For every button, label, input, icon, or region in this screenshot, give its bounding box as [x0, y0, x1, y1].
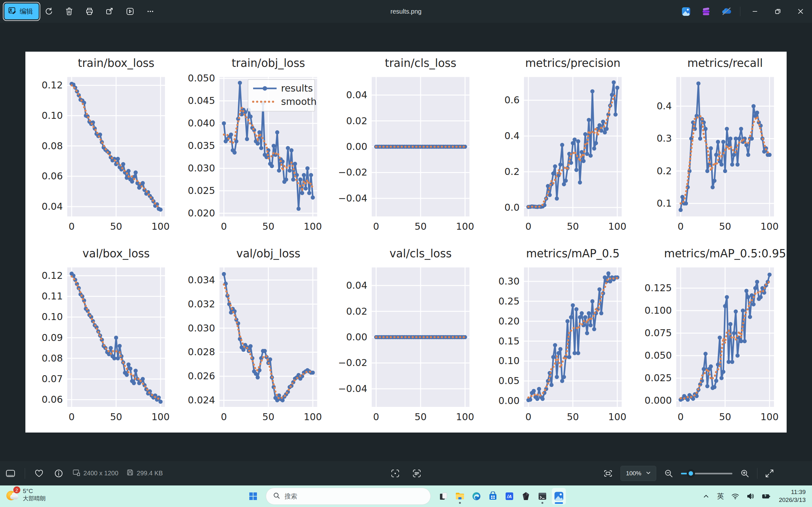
control-divider	[757, 468, 757, 479]
edit-image-icon	[8, 7, 16, 16]
volume-icon[interactable]	[744, 489, 757, 504]
svg-text:0.10: 0.10	[42, 311, 63, 322]
obsidian-app-icon[interactable]	[519, 488, 533, 504]
subplot-val-cls-loss: val/cls_loss−0.04−0.020.000.020.04050100	[330, 242, 482, 433]
svg-text:0.034: 0.034	[188, 274, 215, 285]
favorite-heart-icon[interactable]	[33, 468, 45, 479]
svg-text:train/box_loss: train/box_loss	[78, 57, 154, 69]
search-icon	[273, 492, 280, 501]
visual-search-icon[interactable]	[389, 467, 401, 480]
subplot-val-box-loss: val/box_loss0.060.070.080.090.100.110.12…	[26, 242, 177, 433]
microsoft-store-icon[interactable]	[486, 488, 500, 504]
photos-taskbar-icon[interactable]	[552, 488, 566, 504]
svg-text:0.04: 0.04	[346, 280, 367, 291]
onedrive-off-icon[interactable]	[716, 3, 737, 19]
dimensions-icon	[72, 469, 80, 477]
svg-text:0.025: 0.025	[645, 372, 672, 383]
motrix-app-icon[interactable]: /A	[502, 488, 516, 504]
subplot-metrics-recall: metrics/recall0.10.20.30.4050100	[635, 52, 786, 242]
titlebar-divider	[740, 7, 740, 16]
svg-text:0: 0	[525, 411, 531, 422]
svg-text:0: 0	[68, 411, 74, 422]
subplot-train-obj-loss: train/obj_loss0.0200.0250.0300.0350.0400…	[177, 52, 330, 242]
edit-button-label: 编辑	[20, 7, 33, 16]
svg-text:50: 50	[110, 221, 122, 232]
delete-icon[interactable]	[59, 3, 79, 19]
fit-to-window-icon[interactable]	[602, 468, 614, 479]
svg-text:0.08: 0.08	[42, 140, 63, 152]
wifi-icon[interactable]	[728, 489, 742, 504]
edit-button[interactable]: 编辑	[4, 3, 39, 19]
weather-temperature: 5°C	[23, 487, 46, 495]
input-language-indicator[interactable]: 英	[714, 489, 727, 504]
svg-text:−0.04: −0.04	[338, 383, 367, 394]
svg-text:smooth: smooth	[281, 96, 316, 107]
close-button[interactable]	[789, 0, 812, 23]
chevron-down-icon	[646, 470, 651, 477]
filmstrip-icon[interactable]	[4, 468, 16, 479]
tray-chevron-up-icon[interactable]	[700, 489, 712, 504]
svg-text:metrics/mAP_0.5: metrics/mAP_0.5	[526, 247, 619, 260]
restore-button[interactable]	[766, 0, 789, 23]
svg-text:0.3: 0.3	[657, 133, 672, 144]
svg-text:100: 100	[456, 411, 474, 422]
edge-browser-icon[interactable]	[469, 488, 484, 504]
svg-text:metrics/precision: metrics/precision	[525, 57, 621, 69]
share-icon[interactable]	[100, 3, 120, 19]
svg-text:100: 100	[304, 411, 322, 422]
image-dimensions: 2400 x 1200	[72, 469, 118, 477]
svg-text:0.6: 0.6	[504, 95, 519, 106]
svg-text:−0.04: −0.04	[338, 193, 367, 204]
task-view-icon[interactable]	[437, 488, 450, 504]
svg-text:0.040: 0.040	[188, 118, 215, 129]
zoom-slider-thumb[interactable]	[687, 469, 695, 477]
svg-text:train/obj_loss: train/obj_loss	[232, 57, 305, 69]
zoom-in-icon[interactable]	[739, 467, 751, 480]
svg-text:0.10: 0.10	[42, 110, 63, 121]
svg-text:0.30: 0.30	[498, 276, 519, 287]
taskbar-search-input[interactable]: 搜索	[266, 488, 431, 505]
zoom-level-dropdown[interactable]: 100%	[620, 466, 656, 481]
svg-text:0.05: 0.05	[498, 375, 519, 386]
svg-text:0.035: 0.035	[188, 140, 215, 151]
svg-text:−0.02: −0.02	[338, 167, 367, 178]
taskbar-clock[interactable]: 11:39 2026/3/13	[775, 488, 809, 504]
svg-text:0.050: 0.050	[645, 350, 672, 361]
svg-text:0.00: 0.00	[346, 331, 367, 343]
svg-text:100: 100	[152, 411, 170, 422]
rotate-icon[interactable]	[39, 3, 59, 19]
svg-text:0.4: 0.4	[657, 101, 672, 112]
text-extract-icon[interactable]	[411, 467, 423, 480]
photos-app-icon[interactable]	[676, 3, 696, 19]
zoom-slider[interactable]	[681, 469, 732, 477]
clipchamp-icon[interactable]	[696, 3, 716, 19]
terminal-icon[interactable]	[536, 488, 549, 504]
zoom-out-icon[interactable]	[663, 467, 675, 480]
slideshow-icon[interactable]	[120, 3, 140, 19]
svg-text:train/cls_loss: train/cls_loss	[385, 57, 456, 69]
fullscreen-icon[interactable]	[764, 468, 775, 479]
image-viewer: train/box_loss0.040.060.080.100.12050100…	[0, 23, 812, 486]
more-options-icon[interactable]	[140, 3, 160, 19]
battery-icon[interactable]	[759, 489, 774, 504]
svg-text:0.12: 0.12	[42, 79, 63, 91]
svg-text:0.12: 0.12	[42, 270, 63, 281]
minimize-button[interactable]	[744, 0, 766, 23]
svg-text:100: 100	[608, 411, 626, 422]
info-icon[interactable]	[53, 468, 64, 479]
print-icon[interactable]	[79, 3, 100, 19]
svg-text:50: 50	[567, 411, 579, 422]
svg-text:0: 0	[373, 411, 379, 422]
svg-text:100: 100	[304, 221, 322, 232]
svg-text:metrics/mAP_0.5:0.95: metrics/mAP_0.5:0.95	[664, 247, 786, 260]
svg-text:0.0: 0.0	[504, 202, 519, 213]
start-button[interactable]	[246, 488, 260, 504]
weather-widget[interactable]: 2 5°C 大部晴朗	[6, 487, 46, 502]
results-image: train/box_loss0.040.060.080.100.12050100…	[26, 52, 786, 433]
svg-text:0.04: 0.04	[42, 201, 63, 212]
svg-text:0.075: 0.075	[645, 327, 672, 338]
svg-text:val/obj_loss: val/obj_loss	[236, 247, 300, 260]
file-explorer-icon[interactable]	[453, 488, 467, 504]
svg-text:metrics/recall: metrics/recall	[687, 57, 763, 69]
svg-text:/A: /A	[507, 494, 512, 499]
